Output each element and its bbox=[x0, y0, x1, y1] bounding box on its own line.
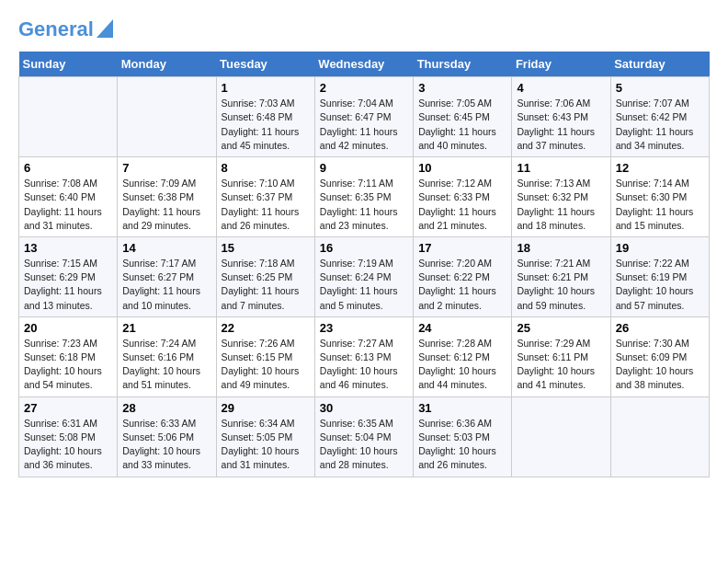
day-cell bbox=[118, 77, 216, 157]
day-cell bbox=[512, 396, 610, 477]
day-cell: 2Sunrise: 7:04 AM Sunset: 6:47 PM Daylig… bbox=[314, 77, 413, 157]
day-cell: 12Sunrise: 7:14 AM Sunset: 6:30 PM Dayli… bbox=[610, 157, 709, 237]
day-cell: 27Sunrise: 6:31 AM Sunset: 5:08 PM Dayli… bbox=[19, 396, 118, 477]
day-number: 27 bbox=[24, 401, 112, 415]
day-info: Sunrise: 7:19 AM Sunset: 6:24 PM Dayligh… bbox=[320, 257, 408, 313]
day-number: 4 bbox=[517, 81, 605, 95]
day-info: Sunrise: 7:03 AM Sunset: 6:48 PM Dayligh… bbox=[222, 97, 310, 153]
day-cell: 11Sunrise: 7:13 AM Sunset: 6:32 PM Dayli… bbox=[512, 157, 610, 237]
day-number: 7 bbox=[122, 161, 210, 175]
day-number: 5 bbox=[616, 81, 704, 95]
column-header-saturday: Saturday bbox=[610, 52, 709, 77]
day-info: Sunrise: 7:12 AM Sunset: 6:33 PM Dayligh… bbox=[418, 177, 506, 233]
day-info: Sunrise: 6:36 AM Sunset: 5:03 PM Dayligh… bbox=[418, 417, 506, 473]
day-number: 13 bbox=[24, 241, 112, 255]
day-number: 16 bbox=[320, 241, 408, 255]
day-cell: 10Sunrise: 7:12 AM Sunset: 6:33 PM Dayli… bbox=[414, 157, 512, 237]
day-info: Sunrise: 7:06 AM Sunset: 6:43 PM Dayligh… bbox=[517, 97, 605, 153]
day-info: Sunrise: 7:15 AM Sunset: 6:29 PM Dayligh… bbox=[24, 257, 112, 313]
day-number: 8 bbox=[222, 161, 310, 175]
day-info: Sunrise: 7:10 AM Sunset: 6:37 PM Dayligh… bbox=[222, 177, 310, 233]
day-cell: 21Sunrise: 7:24 AM Sunset: 6:16 PM Dayli… bbox=[118, 316, 216, 396]
day-info: Sunrise: 7:23 AM Sunset: 6:18 PM Dayligh… bbox=[24, 337, 112, 393]
column-header-thursday: Thursday bbox=[414, 52, 512, 77]
day-cell: 23Sunrise: 7:27 AM Sunset: 6:13 PM Dayli… bbox=[314, 316, 413, 396]
day-info: Sunrise: 7:14 AM Sunset: 6:30 PM Dayligh… bbox=[616, 177, 704, 233]
day-cell: 24Sunrise: 7:28 AM Sunset: 6:12 PM Dayli… bbox=[414, 316, 512, 396]
day-cell: 14Sunrise: 7:17 AM Sunset: 6:27 PM Dayli… bbox=[118, 236, 216, 316]
day-cell: 6Sunrise: 7:08 AM Sunset: 6:40 PM Daylig… bbox=[19, 157, 118, 237]
day-info: Sunrise: 7:04 AM Sunset: 6:47 PM Dayligh… bbox=[320, 97, 408, 153]
column-header-wednesday: Wednesday bbox=[314, 52, 413, 77]
day-cell: 4Sunrise: 7:06 AM Sunset: 6:43 PM Daylig… bbox=[512, 77, 610, 157]
day-info: Sunrise: 6:31 AM Sunset: 5:08 PM Dayligh… bbox=[24, 417, 112, 473]
week-row-3: 13Sunrise: 7:15 AM Sunset: 6:29 PM Dayli… bbox=[19, 236, 710, 316]
day-number: 23 bbox=[320, 321, 408, 335]
day-info: Sunrise: 6:35 AM Sunset: 5:04 PM Dayligh… bbox=[320, 417, 408, 473]
day-number: 1 bbox=[222, 81, 310, 95]
day-info: Sunrise: 6:33 AM Sunset: 5:06 PM Dayligh… bbox=[122, 417, 210, 473]
day-cell: 13Sunrise: 7:15 AM Sunset: 6:29 PM Dayli… bbox=[19, 236, 118, 316]
column-header-friday: Friday bbox=[512, 52, 610, 77]
day-cell: 29Sunrise: 6:34 AM Sunset: 5:05 PM Dayli… bbox=[216, 396, 314, 477]
day-cell: 20Sunrise: 7:23 AM Sunset: 6:18 PM Dayli… bbox=[19, 316, 118, 396]
day-info: Sunrise: 7:29 AM Sunset: 6:11 PM Dayligh… bbox=[517, 337, 605, 393]
day-cell bbox=[610, 396, 709, 477]
logo-icon bbox=[97, 19, 113, 38]
day-info: Sunrise: 7:17 AM Sunset: 6:27 PM Dayligh… bbox=[122, 257, 210, 313]
day-number: 25 bbox=[517, 321, 605, 335]
day-number: 11 bbox=[517, 161, 605, 175]
week-row-4: 20Sunrise: 7:23 AM Sunset: 6:18 PM Dayli… bbox=[19, 316, 710, 396]
day-cell: 31Sunrise: 6:36 AM Sunset: 5:03 PM Dayli… bbox=[414, 396, 512, 477]
day-cell: 28Sunrise: 6:33 AM Sunset: 5:06 PM Dayli… bbox=[118, 396, 216, 477]
column-header-tuesday: Tuesday bbox=[216, 52, 314, 77]
calendar-table: SundayMondayTuesdayWednesdayThursdayFrid… bbox=[18, 52, 710, 477]
day-info: Sunrise: 7:07 AM Sunset: 6:42 PM Dayligh… bbox=[616, 97, 704, 153]
svg-marker-0 bbox=[97, 19, 113, 38]
week-row-1: 1Sunrise: 7:03 AM Sunset: 6:48 PM Daylig… bbox=[19, 77, 710, 157]
header-row: SundayMondayTuesdayWednesdayThursdayFrid… bbox=[19, 52, 710, 77]
day-number: 31 bbox=[418, 401, 506, 415]
day-cell: 16Sunrise: 7:19 AM Sunset: 6:24 PM Dayli… bbox=[314, 236, 413, 316]
day-number: 3 bbox=[418, 81, 506, 95]
day-number: 19 bbox=[616, 241, 704, 255]
day-cell: 15Sunrise: 7:18 AM Sunset: 6:25 PM Dayli… bbox=[216, 236, 314, 316]
day-info: Sunrise: 7:30 AM Sunset: 6:09 PM Dayligh… bbox=[616, 337, 704, 393]
day-cell: 17Sunrise: 7:20 AM Sunset: 6:22 PM Dayli… bbox=[414, 236, 512, 316]
day-info: Sunrise: 7:09 AM Sunset: 6:38 PM Dayligh… bbox=[122, 177, 210, 233]
day-cell: 19Sunrise: 7:22 AM Sunset: 6:19 PM Dayli… bbox=[610, 236, 709, 316]
day-info: Sunrise: 6:34 AM Sunset: 5:05 PM Dayligh… bbox=[222, 417, 310, 473]
day-info: Sunrise: 7:28 AM Sunset: 6:12 PM Dayligh… bbox=[418, 337, 506, 393]
day-info: Sunrise: 7:26 AM Sunset: 6:15 PM Dayligh… bbox=[222, 337, 310, 393]
page-header: General bbox=[18, 18, 710, 37]
day-info: Sunrise: 7:13 AM Sunset: 6:32 PM Dayligh… bbox=[517, 177, 605, 233]
day-number: 21 bbox=[122, 321, 210, 335]
column-header-sunday: Sunday bbox=[19, 52, 118, 77]
day-number: 14 bbox=[122, 241, 210, 255]
day-info: Sunrise: 7:11 AM Sunset: 6:35 PM Dayligh… bbox=[320, 177, 408, 233]
logo-text: General bbox=[18, 18, 94, 40]
day-number: 12 bbox=[616, 161, 704, 175]
day-number: 2 bbox=[320, 81, 408, 95]
week-row-2: 6Sunrise: 7:08 AM Sunset: 6:40 PM Daylig… bbox=[19, 157, 710, 237]
day-cell bbox=[19, 77, 118, 157]
day-number: 29 bbox=[222, 401, 310, 415]
day-number: 18 bbox=[517, 241, 605, 255]
day-number: 24 bbox=[418, 321, 506, 335]
day-cell: 30Sunrise: 6:35 AM Sunset: 5:04 PM Dayli… bbox=[314, 396, 413, 477]
day-cell: 25Sunrise: 7:29 AM Sunset: 6:11 PM Dayli… bbox=[512, 316, 610, 396]
day-cell: 7Sunrise: 7:09 AM Sunset: 6:38 PM Daylig… bbox=[118, 157, 216, 237]
day-info: Sunrise: 7:24 AM Sunset: 6:16 PM Dayligh… bbox=[122, 337, 210, 393]
day-cell: 26Sunrise: 7:30 AM Sunset: 6:09 PM Dayli… bbox=[610, 316, 709, 396]
day-number: 6 bbox=[24, 161, 112, 175]
day-number: 15 bbox=[222, 241, 310, 255]
day-number: 28 bbox=[122, 401, 210, 415]
day-info: Sunrise: 7:05 AM Sunset: 6:45 PM Dayligh… bbox=[418, 97, 506, 153]
day-info: Sunrise: 7:08 AM Sunset: 6:40 PM Dayligh… bbox=[24, 177, 112, 233]
day-cell: 1Sunrise: 7:03 AM Sunset: 6:48 PM Daylig… bbox=[216, 77, 314, 157]
day-cell: 8Sunrise: 7:10 AM Sunset: 6:37 PM Daylig… bbox=[216, 157, 314, 237]
day-number: 10 bbox=[418, 161, 506, 175]
column-header-monday: Monday bbox=[118, 52, 216, 77]
day-number: 22 bbox=[222, 321, 310, 335]
day-number: 17 bbox=[418, 241, 506, 255]
